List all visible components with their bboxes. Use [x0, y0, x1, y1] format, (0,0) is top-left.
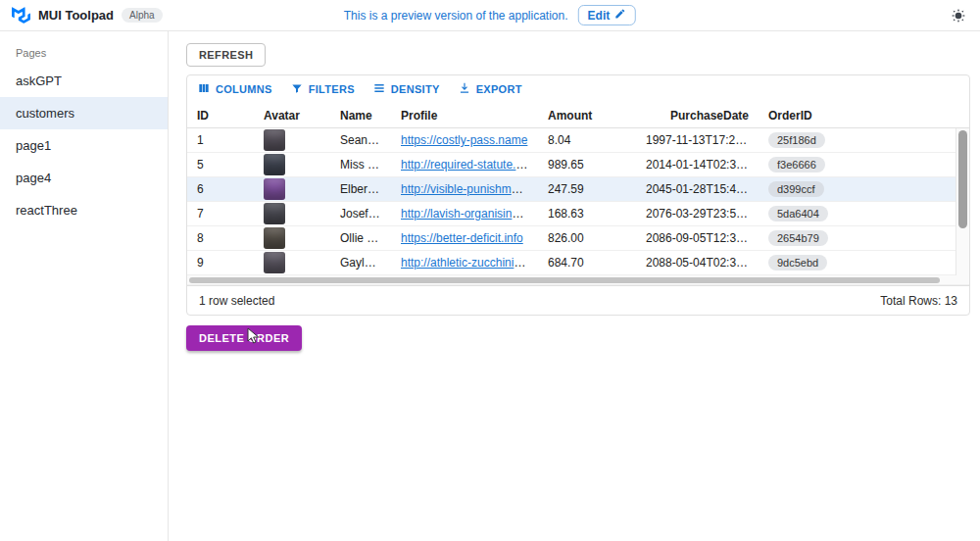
order-id-chip: d399ccf	[768, 181, 824, 197]
refresh-button[interactable]: REFRESH	[186, 43, 266, 67]
profile-link[interactable]: http://athletic-zucchini.org	[401, 256, 534, 270]
avatar	[264, 227, 285, 249]
total-rows-status: Total Rows: 13	[880, 294, 957, 308]
preview-text: This is a preview version of the applica…	[344, 9, 568, 23]
cell-order-id: 9dc5ebd	[759, 255, 969, 270]
filter-funnel-icon	[290, 81, 304, 97]
data-grid: COLUMNS FILTERS DENSITY EXPORT	[186, 74, 970, 316]
cell-profile: http://athletic-zucchini.org	[391, 256, 538, 270]
density-button-label: DENSITY	[391, 83, 440, 95]
table-row-selected[interactable]: 6 Elbert McL... http://visible-punishmen…	[187, 177, 969, 202]
sidebar-item-page4[interactable]: page4	[0, 162, 168, 194]
pencil-icon	[614, 8, 626, 23]
cell-order-id: 25f186d	[759, 132, 969, 148]
vertical-scrollbar[interactable]	[956, 128, 969, 275]
cell-order-id: 2654b79	[759, 230, 969, 246]
header-profile[interactable]: Profile	[391, 109, 538, 123]
sidebar-item-page1[interactable]: page1	[0, 129, 168, 162]
cell-purchase-date: 2076-03-29T23:51:07.968Z	[636, 207, 759, 221]
cell-id: 6	[187, 182, 254, 196]
density-lines-icon	[372, 81, 386, 97]
cell-purchase-date: 2086-09-05T12:37:27.015Z	[636, 231, 759, 245]
profile-link[interactable]: http://visible-punishment.net	[401, 182, 538, 196]
vertical-scrollbar-thumb[interactable]	[958, 130, 967, 228]
table-row[interactable]: 7 Josefina P... http://lavish-organising…	[187, 202, 969, 226]
order-id-chip: 25f186d	[768, 132, 825, 148]
order-id-chip: f3e6666	[768, 157, 825, 172]
cell-name: Sean Harris	[330, 133, 391, 147]
cell-profile: http://visible-punishment.net	[391, 182, 538, 196]
cell-avatar	[254, 227, 330, 249]
cell-profile: https://better-deficit.info	[391, 231, 538, 245]
profile-link[interactable]: http://lavish-organising.name	[401, 207, 538, 221]
download-icon	[458, 81, 471, 97]
sidebar-item-reactthree[interactable]: reactThree	[0, 194, 168, 226]
cell-avatar	[254, 154, 330, 175]
rows-selected-status: 1 row selected	[199, 294, 274, 308]
header-name[interactable]: Name	[330, 109, 391, 123]
cell-name: Ollie Green...	[330, 231, 391, 245]
columns-button[interactable]: COLUMNS	[197, 81, 272, 97]
cell-order-id: 5da6404	[759, 206, 969, 221]
cell-name: Miss Juan ...	[330, 158, 391, 172]
horizontal-scrollbar[interactable]	[187, 275, 969, 285]
cell-id: 9	[187, 256, 254, 270]
cell-order-id: f3e6666	[759, 157, 969, 172]
cell-avatar	[254, 178, 330, 200]
cell-profile: http://required-statute.org	[391, 158, 538, 172]
header-order-id[interactable]: OrderID	[759, 109, 969, 123]
cell-id: 7	[187, 207, 254, 221]
cell-id: 5	[187, 158, 254, 172]
table-header-row: ID Avatar Name Profile Amount PurchaseDa…	[187, 103, 969, 128]
sidebar-section-label: Pages	[0, 39, 168, 65]
main-content: REFRESH COLUMNS FILTERS DENSITY	[169, 31, 980, 541]
table-row[interactable]: 5 Miss Juan ... http://required-statute.…	[187, 153, 969, 177]
profile-link[interactable]: http://required-statute.org	[401, 158, 533, 172]
cell-profile: http://lavish-organising.name	[391, 207, 538, 221]
cell-avatar	[254, 129, 330, 151]
export-button-label: EXPORT	[476, 83, 522, 95]
cell-order-id: d399ccf	[759, 181, 969, 197]
cell-purchase-date: 2014-01-14T02:37:28.536Z	[636, 158, 759, 172]
alpha-badge: Alpha	[122, 8, 163, 23]
filters-button[interactable]: FILTERS	[290, 81, 355, 97]
delete-order-button[interactable]: DELETE ORDER	[186, 325, 302, 351]
cell-purchase-date: 2045-01-28T15:40:06.325Z	[636, 182, 759, 196]
density-button[interactable]: DENSITY	[372, 81, 440, 97]
cell-id: 8	[187, 231, 254, 245]
columns-button-label: COLUMNS	[216, 83, 272, 95]
profile-link[interactable]: https://better-deficit.info	[401, 231, 523, 245]
table-row[interactable]: 8 Ollie Green... https://better-deficit.…	[187, 226, 969, 251]
table-row[interactable]: 1 Sean Harris https://costly-pass.name 8…	[187, 128, 969, 153]
profile-link[interactable]: https://costly-pass.name	[401, 133, 527, 147]
cell-amount: 168.63	[538, 207, 636, 221]
table-row[interactable]: 9 Gayle Den... http://athletic-zucchini.…	[187, 251, 969, 275]
app-window: MUI Toolpad Alpha This is a preview vers…	[0, 0, 980, 541]
app-title: MUI Toolpad	[38, 8, 114, 23]
cell-profile: https://costly-pass.name	[391, 133, 538, 147]
theme-toggle-button[interactable]	[949, 6, 968, 25]
cell-amount: 247.59	[538, 182, 636, 196]
brand: MUI Toolpad Alpha	[12, 7, 163, 24]
sidebar-item-askgpt[interactable]: askGPT	[0, 65, 168, 97]
preview-banner: This is a preview version of the applica…	[344, 5, 636, 25]
sidebar-item-customers[interactable]: customers	[0, 97, 168, 129]
header-id[interactable]: ID	[187, 109, 254, 123]
cell-purchase-date: 2088-05-04T02:31:03.294Z	[636, 256, 759, 270]
sun-icon	[951, 8, 966, 24]
cell-name: Elbert McL...	[330, 182, 391, 196]
export-button[interactable]: EXPORT	[458, 81, 522, 97]
header-avatar[interactable]: Avatar	[254, 109, 330, 123]
order-id-chip: 2654b79	[768, 230, 828, 246]
avatar	[264, 203, 285, 224]
cell-id: 1	[187, 133, 254, 147]
mui-logo-icon	[12, 7, 30, 24]
cell-amount: 684.70	[538, 256, 636, 270]
horizontal-scrollbar-thumb[interactable]	[189, 277, 940, 283]
edit-button[interactable]: Edit	[578, 5, 637, 25]
header-purchase-date[interactable]: PurchaseDate	[636, 109, 759, 123]
cell-avatar	[254, 252, 330, 273]
grid-footer: 1 row selected Total Rows: 13	[187, 285, 969, 315]
header-amount[interactable]: Amount	[538, 109, 636, 123]
cell-amount: 989.65	[538, 158, 636, 172]
